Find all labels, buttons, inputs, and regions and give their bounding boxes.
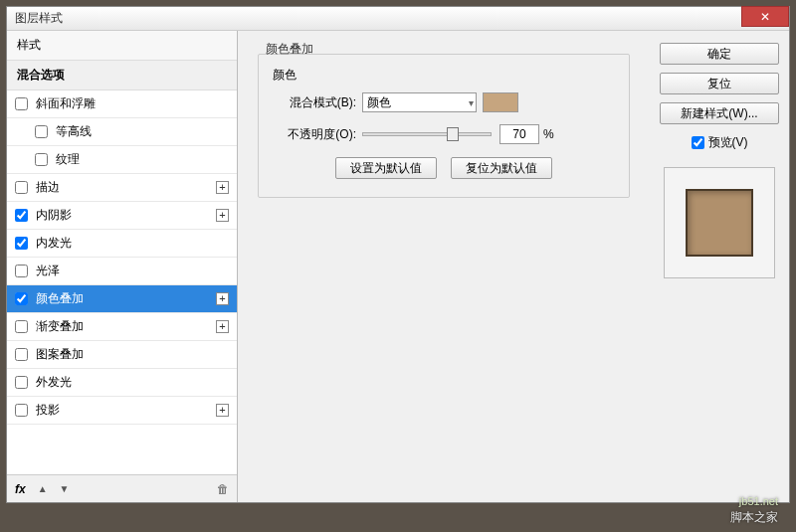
layer-style-dialog: 图层样式 ✕ 样式 混合选项 斜面和浮雕等高线纹理描边+内阴影+内发光光泽颜色叠… bbox=[6, 6, 790, 503]
style-item[interactable]: 内阴影+ bbox=[7, 202, 237, 230]
style-checkbox[interactable] bbox=[15, 320, 28, 333]
blend-mode-row: 混合模式(B): 颜色 ▾ bbox=[273, 91, 615, 113]
style-item[interactable]: 内发光 bbox=[7, 230, 237, 258]
style-item-label: 投影 bbox=[36, 402, 60, 419]
style-item-label: 图案叠加 bbox=[36, 346, 84, 363]
style-item[interactable]: 描边+ bbox=[7, 174, 237, 202]
opacity-unit: % bbox=[543, 127, 554, 141]
style-checkbox[interactable] bbox=[35, 125, 48, 138]
style-item[interactable]: 图案叠加 bbox=[7, 341, 237, 369]
overlay-color-swatch[interactable] bbox=[483, 92, 518, 112]
style-checkbox[interactable] bbox=[15, 348, 28, 361]
style-item-label: 颜色叠加 bbox=[36, 290, 84, 307]
titlebar[interactable]: 图层样式 ✕ bbox=[7, 7, 789, 31]
ok-button[interactable]: 确定 bbox=[660, 43, 779, 65]
settings-panel: 颜色叠加 颜色 混合模式(B): 颜色 ▾ 不透明度(O): bbox=[238, 31, 650, 502]
default-buttons-row: 设置为默认值 复位为默认值 bbox=[273, 157, 615, 179]
plus-icon[interactable]: + bbox=[216, 320, 229, 333]
plus-icon[interactable]: + bbox=[216, 181, 229, 194]
blend-options-header[interactable]: 混合选项 bbox=[7, 61, 237, 90]
style-checkbox[interactable] bbox=[15, 376, 28, 389]
close-icon: ✕ bbox=[760, 10, 770, 24]
style-item-label: 内阴影 bbox=[36, 207, 72, 224]
close-button[interactable]: ✕ bbox=[741, 6, 789, 27]
styles-footer: fx ▲ ▼ 🗑 bbox=[7, 474, 237, 502]
opacity-slider[interactable] bbox=[362, 132, 492, 136]
watermark-url: jb51.net bbox=[730, 494, 778, 509]
style-item[interactable]: 投影+ bbox=[7, 397, 237, 425]
style-item[interactable]: 等高线 bbox=[7, 118, 237, 146]
watermark-name: 脚本之家 bbox=[730, 509, 778, 526]
style-item[interactable]: 斜面和浮雕 bbox=[7, 90, 237, 118]
plus-icon[interactable]: + bbox=[216, 209, 229, 222]
color-group-title: 颜色 bbox=[273, 67, 615, 84]
blend-mode-value: 颜色 bbox=[367, 94, 391, 111]
preview-checkbox[interactable] bbox=[692, 136, 704, 149]
opacity-label: 不透明度(O): bbox=[273, 126, 362, 143]
cancel-button[interactable]: 复位 bbox=[660, 73, 779, 94]
blend-mode-label: 混合模式(B): bbox=[273, 94, 362, 111]
style-item[interactable]: 渐变叠加+ bbox=[7, 313, 237, 341]
opacity-input[interactable] bbox=[499, 124, 539, 144]
make-default-button[interactable]: 设置为默认值 bbox=[335, 157, 437, 179]
window-title: 图层样式 bbox=[15, 10, 63, 27]
style-item-label: 外发光 bbox=[36, 374, 72, 391]
style-item-label: 描边 bbox=[36, 179, 60, 196]
style-checkbox[interactable] bbox=[15, 209, 28, 222]
style-checkbox[interactable] bbox=[15, 97, 28, 110]
trash-icon[interactable]: 🗑 bbox=[217, 482, 229, 496]
style-checkbox[interactable] bbox=[15, 404, 28, 417]
chevron-down-icon: ▾ bbox=[469, 97, 474, 108]
opacity-row: 不透明度(O): % bbox=[273, 123, 615, 145]
style-checkbox[interactable] bbox=[15, 237, 28, 250]
styles-panel: 样式 混合选项 斜面和浮雕等高线纹理描边+内阴影+内发光光泽颜色叠加+渐变叠加+… bbox=[7, 31, 238, 502]
style-item-label: 等高线 bbox=[56, 123, 92, 140]
blend-mode-select[interactable]: 颜色 ▾ bbox=[362, 92, 477, 112]
arrow-down-icon[interactable]: ▼ bbox=[60, 483, 70, 494]
reset-default-button[interactable]: 复位为默认值 bbox=[451, 157, 552, 179]
color-group: 颜色 混合模式(B): 颜色 ▾ 不透明度(O): % bbox=[258, 54, 630, 198]
plus-icon[interactable]: + bbox=[216, 404, 229, 417]
style-checkbox[interactable] bbox=[35, 153, 48, 166]
style-item[interactable]: 纹理 bbox=[7, 146, 237, 174]
styles-header[interactable]: 样式 bbox=[7, 31, 237, 61]
style-item-label: 纹理 bbox=[56, 151, 80, 168]
fx-menu-button[interactable]: fx bbox=[15, 482, 26, 496]
preview-thumbnail bbox=[686, 189, 753, 257]
style-item-label: 斜面和浮雕 bbox=[36, 95, 96, 112]
style-item[interactable]: 颜色叠加+ bbox=[7, 285, 237, 313]
plus-icon[interactable]: + bbox=[216, 292, 229, 305]
new-style-button[interactable]: 新建样式(W)... bbox=[660, 102, 779, 124]
action-panel: 确定 复位 新建样式(W)... 预览(V) bbox=[650, 31, 789, 502]
style-item-label: 光泽 bbox=[36, 263, 60, 279]
arrow-up-icon[interactable]: ▲ bbox=[38, 483, 48, 494]
style-item[interactable]: 外发光 bbox=[7, 369, 237, 397]
style-item[interactable]: 光泽 bbox=[7, 258, 237, 285]
style-list: 斜面和浮雕等高线纹理描边+内阴影+内发光光泽颜色叠加+渐变叠加+图案叠加外发光投… bbox=[7, 90, 237, 474]
dialog-body: 样式 混合选项 斜面和浮雕等高线纹理描边+内阴影+内发光光泽颜色叠加+渐变叠加+… bbox=[7, 31, 789, 502]
watermark: jb51.net 脚本之家 bbox=[730, 494, 778, 526]
style-item-label: 渐变叠加 bbox=[36, 318, 84, 335]
style-item-label: 内发光 bbox=[36, 235, 72, 252]
opacity-slider-thumb[interactable] bbox=[447, 127, 459, 141]
style-checkbox[interactable] bbox=[15, 265, 28, 277]
style-checkbox[interactable] bbox=[15, 292, 28, 305]
preview-box bbox=[664, 167, 775, 278]
preview-label: 预览(V) bbox=[708, 134, 748, 151]
style-checkbox[interactable] bbox=[15, 181, 28, 194]
preview-toggle-row: 预览(V) bbox=[660, 134, 779, 151]
